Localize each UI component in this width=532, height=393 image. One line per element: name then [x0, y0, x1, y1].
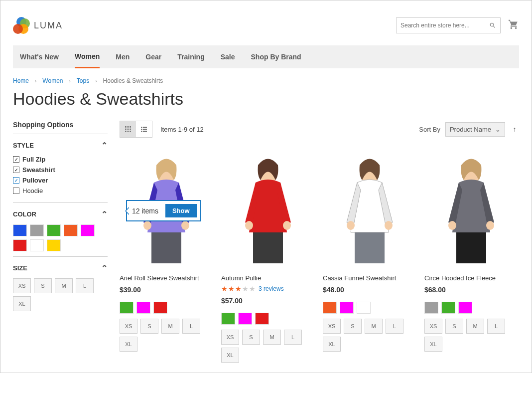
color-swatch[interactable] — [30, 224, 44, 236]
color-swatch[interactable] — [81, 224, 95, 236]
color-swatch[interactable] — [221, 313, 235, 325]
sidebar-title: Shopping Options — [13, 121, 108, 134]
size-option[interactable]: XS — [323, 319, 341, 334]
size-option[interactable]: XL — [424, 337, 442, 352]
svg-rect-9 — [355, 232, 385, 263]
size-option[interactable]: XS — [221, 330, 239, 345]
nav-item-women[interactable]: Women — [75, 45, 100, 68]
color-swatch[interactable] — [47, 224, 61, 236]
color-swatch[interactable] — [153, 302, 167, 314]
nav-item-gear[interactable]: Gear — [145, 45, 161, 68]
checkbox[interactable] — [13, 167, 19, 173]
size-option[interactable]: XL — [120, 337, 137, 352]
color-swatch[interactable] — [13, 224, 27, 236]
size-option[interactable]: XS — [13, 278, 31, 293]
color-swatch[interactable] — [323, 302, 337, 314]
filter-header-style[interactable]: STYLE ⌃ — [13, 139, 108, 152]
checkbox[interactable] — [13, 188, 19, 194]
product-size-options: XSSMLXL — [323, 319, 416, 352]
size-option[interactable]: XL — [13, 296, 31, 311]
size-option[interactable]: M — [263, 330, 281, 345]
sort-direction-button[interactable]: ↑ — [510, 122, 519, 136]
svg-point-3 — [181, 221, 189, 230]
size-option[interactable]: M — [365, 319, 383, 334]
chevron-up-icon: ⌃ — [101, 263, 108, 273]
size-option[interactable]: XL — [323, 337, 341, 352]
brand-logo[interactable]: LUMA — [13, 17, 63, 34]
color-swatch[interactable] — [64, 224, 78, 236]
size-option[interactable]: S — [140, 319, 158, 334]
svg-point-10 — [347, 221, 355, 230]
svg-rect-1 — [151, 232, 181, 263]
size-option[interactable]: XS — [120, 319, 137, 334]
color-swatch[interactable] — [255, 313, 269, 325]
nav-item-what-s-new[interactable]: What's New — [20, 45, 59, 68]
filter-option[interactable]: Hoodie — [13, 187, 108, 195]
filter-option[interactable]: Sweatshirt — [13, 166, 108, 174]
product-price: $48.00 — [323, 286, 416, 294]
search-input[interactable] — [400, 22, 489, 29]
color-swatch[interactable] — [441, 302, 455, 314]
filter-option[interactable]: Pullover — [13, 177, 108, 184]
star-icon: ★ — [242, 285, 249, 293]
nav-item-sale[interactable]: Sale — [221, 45, 235, 68]
nav-item-men[interactable]: Men — [116, 45, 130, 68]
product-name[interactable]: Circe Hooded Ice Fleece — [424, 274, 518, 282]
results-count: Items 1-9 of 12 — [160, 126, 204, 133]
size-option[interactable]: L — [76, 278, 94, 293]
cart-icon[interactable] — [508, 19, 519, 32]
size-option[interactable]: S — [344, 319, 362, 334]
color-swatch[interactable] — [357, 302, 371, 314]
filter-header-size[interactable]: SIZE ⌃ — [13, 262, 108, 274]
product-price: $39.00 — [120, 286, 213, 294]
svg-point-11 — [385, 221, 393, 230]
size-option[interactable]: XS — [424, 319, 442, 334]
sort-select[interactable]: Product Name ⌄ — [445, 122, 505, 137]
product-image[interactable] — [323, 151, 416, 269]
color-swatch[interactable] — [30, 239, 44, 251]
product-color-options — [120, 302, 213, 314]
size-option[interactable]: S — [445, 319, 463, 334]
size-option[interactable]: L — [284, 330, 302, 345]
product-name[interactable]: Ariel Roll Sleeve Sweatshirt — [120, 274, 213, 282]
nav-item-shop-by-brand[interactable]: Shop By Brand — [251, 45, 301, 68]
breadcrumb-item[interactable]: Tops — [77, 77, 89, 84]
color-swatch[interactable] — [458, 302, 472, 314]
breadcrumb-item[interactable]: Women — [42, 77, 63, 84]
show-results-button[interactable]: Show — [165, 204, 197, 217]
color-swatch[interactable] — [47, 239, 61, 251]
breadcrumb-item[interactable]: Home — [13, 77, 29, 84]
color-swatch[interactable] — [238, 313, 252, 325]
size-option[interactable]: M — [161, 319, 179, 334]
product-price: $57.00 — [221, 297, 315, 305]
product-name[interactable]: Autumn Pullie — [221, 274, 315, 282]
product-name[interactable]: Cassia Funnel Sweatshirt — [323, 274, 416, 282]
size-option[interactable]: M — [55, 278, 73, 293]
size-option[interactable]: S — [242, 330, 260, 345]
color-swatch[interactable] — [120, 302, 133, 314]
nav-item-training[interactable]: Training — [177, 45, 204, 68]
search-icon[interactable] — [489, 22, 496, 29]
checkbox[interactable] — [13, 156, 19, 163]
size-option[interactable]: XL — [221, 348, 239, 363]
list-view-button[interactable] — [136, 121, 152, 137]
size-option[interactable]: M — [466, 319, 484, 334]
color-swatch[interactable] — [136, 302, 150, 314]
size-option[interactable]: L — [182, 319, 200, 334]
grid-view-button[interactable] — [120, 121, 136, 137]
color-swatch[interactable] — [13, 239, 27, 251]
product-size-options: XSSMLXL — [221, 330, 315, 363]
filter-option[interactable]: Full Zip — [13, 156, 108, 163]
size-option[interactable]: L — [487, 319, 505, 334]
size-option[interactable]: L — [386, 319, 403, 334]
product-image[interactable] — [424, 151, 518, 269]
filter-header-color[interactable]: COLOR ⌃ — [13, 208, 108, 220]
color-swatch[interactable] — [424, 302, 438, 314]
color-swatch[interactable] — [340, 302, 354, 314]
reviews-link[interactable]: 3 reviews — [259, 285, 284, 292]
main-nav: What's NewWomenMenGearTrainingSaleShop B… — [13, 45, 519, 68]
checkbox[interactable] — [13, 177, 19, 184]
product-image[interactable] — [221, 151, 315, 269]
star-icon: ★ — [228, 285, 235, 293]
size-option[interactable]: S — [34, 278, 52, 293]
